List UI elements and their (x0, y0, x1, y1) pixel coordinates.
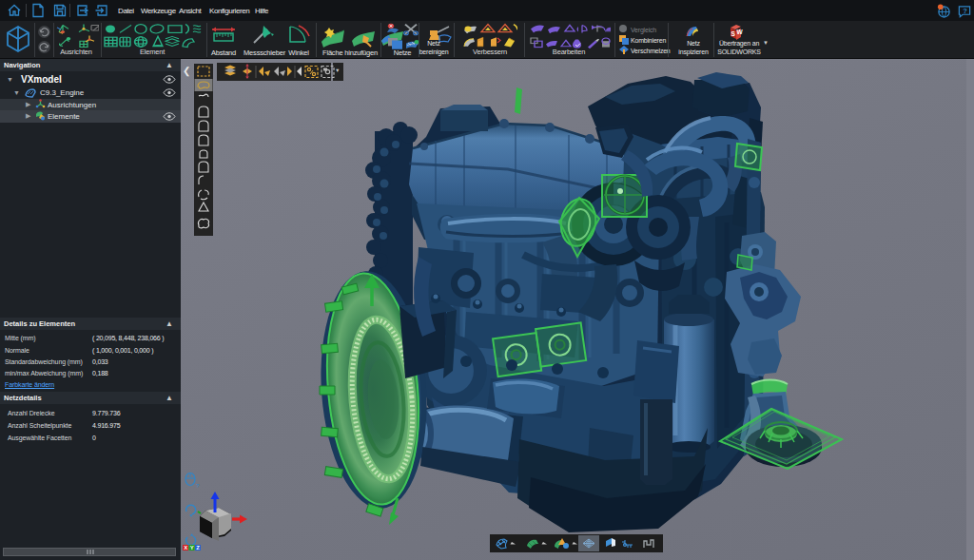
svg-text:X: X (184, 545, 187, 550)
svg-text:W: W (737, 29, 744, 35)
svg-text:Y: Y (190, 545, 194, 550)
svg-text:?: ? (963, 7, 967, 15)
svg-text:?: ? (196, 483, 200, 489)
svg-text:Z: Z (196, 545, 200, 550)
svg-text:S: S (730, 30, 735, 37)
